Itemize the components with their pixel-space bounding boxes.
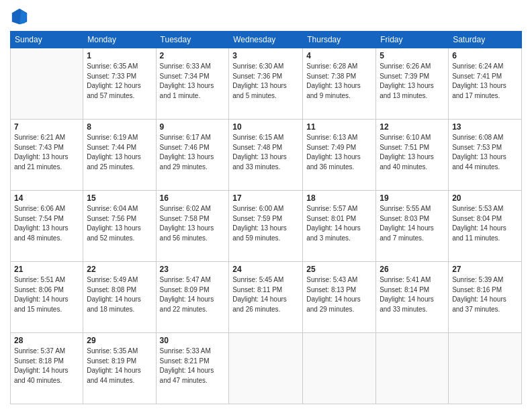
calendar-header-sunday: Sunday bbox=[11, 32, 83, 48]
day-info: Sunrise: 5:49 AMSunset: 8:08 PMDaylight:… bbox=[87, 275, 152, 314]
day-number: 7 bbox=[14, 122, 79, 132]
day-number: 19 bbox=[380, 193, 445, 203]
day-info: Sunrise: 6:17 AMSunset: 7:46 PMDaylight:… bbox=[160, 133, 226, 172]
calendar-cell bbox=[449, 333, 522, 404]
day-info: Sunrise: 6:19 AMSunset: 7:44 PMDaylight:… bbox=[87, 133, 152, 172]
calendar-header-row: SundayMondayTuesdayWednesdayThursdayFrid… bbox=[11, 32, 522, 48]
calendar-cell: 26Sunrise: 5:41 AMSunset: 8:14 PMDayligh… bbox=[376, 262, 449, 333]
calendar-table: SundayMondayTuesdayWednesdayThursdayFrid… bbox=[10, 31, 522, 404]
calendar-cell: 6Sunrise: 6:24 AMSunset: 7:41 PMDaylight… bbox=[449, 48, 522, 120]
day-number: 29 bbox=[87, 336, 152, 345]
calendar-week-row: 7Sunrise: 6:21 AMSunset: 7:43 PMDaylight… bbox=[11, 120, 522, 191]
calendar-week-row: 28Sunrise: 5:37 AMSunset: 8:18 PMDayligh… bbox=[11, 333, 522, 404]
calendar-cell: 4Sunrise: 6:28 AMSunset: 7:38 PMDaylight… bbox=[303, 48, 376, 120]
calendar-cell: 2Sunrise: 6:33 AMSunset: 7:34 PMDaylight… bbox=[156, 48, 229, 120]
day-number: 6 bbox=[452, 51, 518, 60]
calendar-header-friday: Friday bbox=[376, 32, 449, 48]
day-info: Sunrise: 6:08 AMSunset: 7:53 PMDaylight:… bbox=[452, 133, 518, 172]
calendar-cell: 18Sunrise: 5:57 AMSunset: 8:01 PMDayligh… bbox=[303, 191, 376, 262]
calendar-cell: 10Sunrise: 6:15 AMSunset: 7:48 PMDayligh… bbox=[229, 120, 303, 191]
day-number: 27 bbox=[452, 265, 518, 274]
calendar-cell bbox=[303, 333, 376, 404]
calendar-cell: 13Sunrise: 6:08 AMSunset: 7:53 PMDayligh… bbox=[449, 120, 522, 191]
day-number: 16 bbox=[160, 193, 226, 203]
day-number: 15 bbox=[87, 193, 152, 203]
calendar-cell: 28Sunrise: 5:37 AMSunset: 8:18 PMDayligh… bbox=[11, 333, 83, 404]
calendar-week-row: 1Sunrise: 6:35 AMSunset: 7:33 PMDaylight… bbox=[11, 48, 522, 120]
day-info: Sunrise: 6:06 AMSunset: 7:54 PMDaylight:… bbox=[14, 204, 79, 243]
day-number: 13 bbox=[452, 122, 518, 132]
day-info: Sunrise: 5:55 AMSunset: 8:03 PMDaylight:… bbox=[380, 204, 445, 243]
day-info: Sunrise: 6:02 AMSunset: 7:58 PMDaylight:… bbox=[160, 204, 226, 243]
day-info: Sunrise: 6:26 AMSunset: 7:39 PMDaylight:… bbox=[380, 62, 445, 101]
logo-icon bbox=[10, 7, 29, 26]
day-number: 28 bbox=[14, 336, 79, 345]
day-number: 22 bbox=[87, 265, 152, 274]
day-number: 20 bbox=[452, 193, 518, 203]
calendar-week-row: 14Sunrise: 6:06 AMSunset: 7:54 PMDayligh… bbox=[11, 191, 522, 262]
day-number: 9 bbox=[160, 122, 226, 132]
calendar-cell: 8Sunrise: 6:19 AMSunset: 7:44 PMDaylight… bbox=[83, 120, 156, 191]
calendar-cell: 19Sunrise: 5:55 AMSunset: 8:03 PMDayligh… bbox=[376, 191, 449, 262]
day-number: 5 bbox=[380, 51, 445, 60]
day-number: 11 bbox=[306, 122, 372, 132]
day-number: 17 bbox=[232, 193, 299, 203]
day-info: Sunrise: 6:21 AMSunset: 7:43 PMDaylight:… bbox=[14, 133, 79, 172]
calendar-cell: 15Sunrise: 6:04 AMSunset: 7:56 PMDayligh… bbox=[83, 191, 156, 262]
day-number: 14 bbox=[14, 193, 79, 203]
day-number: 3 bbox=[232, 51, 299, 60]
day-number: 23 bbox=[160, 265, 226, 274]
calendar-header-thursday: Thursday bbox=[303, 32, 376, 48]
calendar-cell: 27Sunrise: 5:39 AMSunset: 8:16 PMDayligh… bbox=[449, 262, 522, 333]
calendar-cell: 23Sunrise: 5:47 AMSunset: 8:09 PMDayligh… bbox=[156, 262, 229, 333]
calendar-cell: 20Sunrise: 5:53 AMSunset: 8:04 PMDayligh… bbox=[449, 191, 522, 262]
day-info: Sunrise: 6:30 AMSunset: 7:36 PMDaylight:… bbox=[232, 62, 299, 101]
day-info: Sunrise: 5:47 AMSunset: 8:09 PMDaylight:… bbox=[160, 275, 226, 314]
calendar-cell: 14Sunrise: 6:06 AMSunset: 7:54 PMDayligh… bbox=[11, 191, 83, 262]
day-info: Sunrise: 5:35 AMSunset: 8:19 PMDaylight:… bbox=[87, 347, 152, 385]
calendar-cell: 24Sunrise: 5:45 AMSunset: 8:11 PMDayligh… bbox=[229, 262, 303, 333]
day-info: Sunrise: 6:35 AMSunset: 7:33 PMDaylight:… bbox=[87, 62, 152, 101]
day-number: 8 bbox=[87, 122, 152, 132]
day-info: Sunrise: 6:28 AMSunset: 7:38 PMDaylight:… bbox=[306, 62, 372, 101]
day-info: Sunrise: 5:45 AMSunset: 8:11 PMDaylight:… bbox=[232, 275, 299, 314]
day-info: Sunrise: 6:33 AMSunset: 7:34 PMDaylight:… bbox=[160, 62, 226, 101]
day-number: 2 bbox=[160, 51, 226, 60]
calendar-cell: 12Sunrise: 6:10 AMSunset: 7:51 PMDayligh… bbox=[376, 120, 449, 191]
calendar-cell: 17Sunrise: 6:00 AMSunset: 7:59 PMDayligh… bbox=[229, 191, 303, 262]
day-info: Sunrise: 5:33 AMSunset: 8:21 PMDaylight:… bbox=[160, 347, 226, 385]
calendar-header-tuesday: Tuesday bbox=[156, 32, 229, 48]
day-info: Sunrise: 5:41 AMSunset: 8:14 PMDaylight:… bbox=[380, 275, 445, 314]
day-info: Sunrise: 6:00 AMSunset: 7:59 PMDaylight:… bbox=[232, 204, 299, 243]
calendar-cell: 16Sunrise: 6:02 AMSunset: 7:58 PMDayligh… bbox=[156, 191, 229, 262]
calendar-cell: 25Sunrise: 5:43 AMSunset: 8:13 PMDayligh… bbox=[303, 262, 376, 333]
calendar-cell bbox=[229, 333, 303, 404]
day-info: Sunrise: 5:43 AMSunset: 8:13 PMDaylight:… bbox=[306, 275, 372, 314]
day-number: 12 bbox=[380, 122, 445, 132]
day-number: 21 bbox=[14, 265, 79, 274]
day-info: Sunrise: 6:15 AMSunset: 7:48 PMDaylight:… bbox=[232, 133, 299, 172]
calendar-header-monday: Monday bbox=[83, 32, 156, 48]
day-number: 24 bbox=[232, 265, 299, 274]
day-number: 4 bbox=[306, 51, 372, 60]
day-number: 10 bbox=[232, 122, 299, 132]
logo bbox=[10, 7, 32, 26]
calendar-header-saturday: Saturday bbox=[449, 32, 522, 48]
calendar-week-row: 21Sunrise: 5:51 AMSunset: 8:06 PMDayligh… bbox=[11, 262, 522, 333]
calendar-cell bbox=[376, 333, 449, 404]
day-info: Sunrise: 6:24 AMSunset: 7:41 PMDaylight:… bbox=[452, 62, 518, 101]
calendar-header-wednesday: Wednesday bbox=[229, 32, 303, 48]
day-info: Sunrise: 6:13 AMSunset: 7:49 PMDaylight:… bbox=[306, 133, 372, 172]
day-number: 30 bbox=[160, 336, 226, 345]
calendar-cell: 7Sunrise: 6:21 AMSunset: 7:43 PMDaylight… bbox=[11, 120, 83, 191]
calendar-cell: 9Sunrise: 6:17 AMSunset: 7:46 PMDaylight… bbox=[156, 120, 229, 191]
day-info: Sunrise: 6:04 AMSunset: 7:56 PMDaylight:… bbox=[87, 204, 152, 243]
day-info: Sunrise: 6:10 AMSunset: 7:51 PMDaylight:… bbox=[380, 133, 445, 172]
day-number: 18 bbox=[306, 193, 372, 203]
day-info: Sunrise: 5:51 AMSunset: 8:06 PMDaylight:… bbox=[14, 275, 79, 314]
day-number: 26 bbox=[380, 265, 445, 274]
day-info: Sunrise: 5:39 AMSunset: 8:16 PMDaylight:… bbox=[452, 275, 518, 314]
calendar-cell: 5Sunrise: 6:26 AMSunset: 7:39 PMDaylight… bbox=[376, 48, 449, 120]
calendar-cell: 30Sunrise: 5:33 AMSunset: 8:21 PMDayligh… bbox=[156, 333, 229, 404]
day-info: Sunrise: 5:53 AMSunset: 8:04 PMDaylight:… bbox=[452, 204, 518, 243]
